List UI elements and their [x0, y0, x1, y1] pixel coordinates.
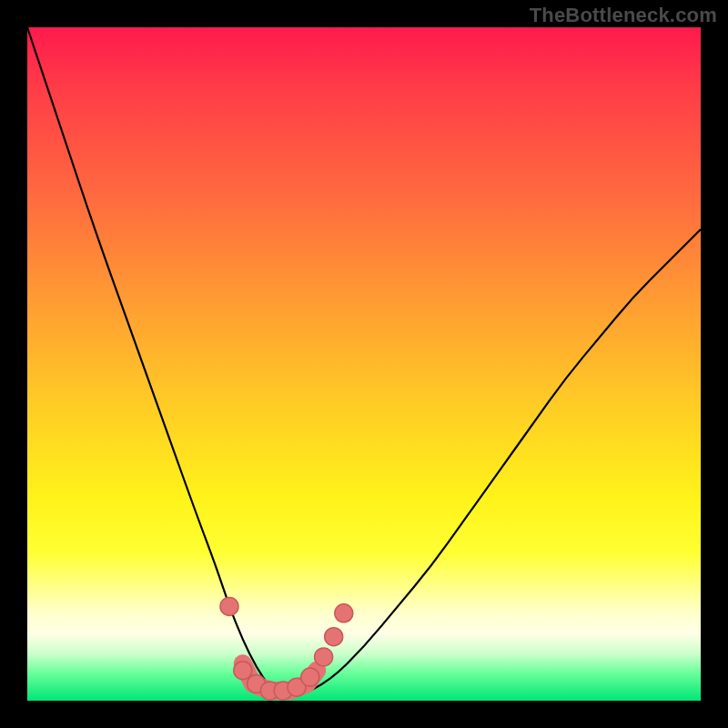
marker-group	[220, 597, 353, 700]
chart-svg	[27, 27, 701, 701]
bottleneck-curve	[27, 27, 701, 697]
curve-marker	[234, 662, 252, 680]
curve-marker	[315, 648, 333, 666]
chart-frame: TheBottleneck.com	[0, 0, 728, 728]
watermark-text: TheBottleneck.com	[530, 4, 717, 27]
curve-marker	[301, 668, 319, 686]
curve-marker	[325, 628, 343, 646]
plot-area	[27, 27, 701, 701]
curve-marker	[220, 597, 238, 615]
curve-marker	[335, 604, 353, 622]
